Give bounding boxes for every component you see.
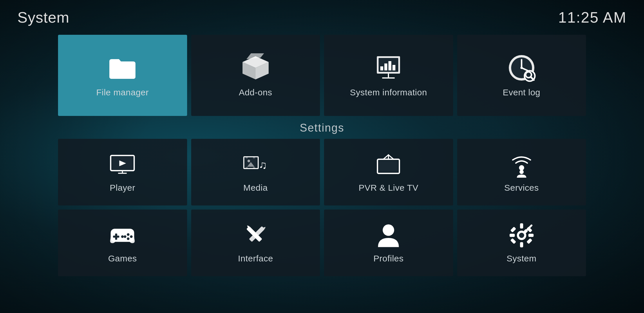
event-log-icon (507, 53, 536, 82)
tile-profiles[interactable]: Profiles (324, 210, 453, 276)
svg-point-44 (127, 237, 130, 240)
svg-line-33 (388, 155, 394, 159)
tile-pvr-live-tv[interactable]: PVR & Live TV (324, 139, 453, 205)
svg-rect-54 (520, 223, 523, 229)
svg-text:♫: ♫ (259, 159, 267, 171)
services-label: Services (504, 183, 539, 193)
tile-file-manager[interactable]: File manager (58, 35, 187, 116)
svg-rect-36 (379, 161, 398, 172)
tile-add-ons[interactable]: Add-ons (191, 35, 320, 116)
svg-point-38 (520, 170, 524, 174)
svg-rect-6 (380, 66, 383, 70)
svg-rect-8 (388, 61, 391, 70)
profiles-icon (375, 222, 401, 248)
svg-point-16 (520, 67, 523, 69)
svg-point-29 (247, 160, 250, 162)
svg-rect-61 (527, 238, 532, 244)
svg-rect-41 (113, 236, 120, 238)
system-settings-label: System (506, 254, 536, 263)
media-label: Media (243, 183, 268, 193)
page-title: System (17, 9, 69, 26)
main-content: File manager Add-ons (0, 32, 644, 276)
games-label: Games (108, 254, 137, 263)
system-info-icon (374, 53, 403, 82)
interface-icon (243, 222, 269, 248)
settings-label: Settings (58, 122, 586, 134)
svg-rect-9 (392, 65, 395, 70)
svg-point-51 (383, 224, 394, 236)
svg-rect-60 (510, 238, 516, 244)
addons-icon (241, 53, 270, 82)
games-icon (109, 222, 135, 248)
tile-games[interactable]: Games (58, 210, 187, 276)
svg-rect-57 (528, 234, 533, 237)
player-icon (109, 152, 135, 178)
profiles-label: Profiles (373, 254, 404, 263)
svg-rect-58 (510, 227, 516, 232)
player-label: Player (110, 183, 135, 193)
tile-media[interactable]: ♫ Media (191, 139, 320, 205)
tile-interface[interactable]: Interface (191, 210, 320, 276)
services-icon (509, 152, 535, 178)
media-icon: ♫ (243, 152, 269, 178)
pvr-icon (375, 152, 401, 178)
event-log-label: Event log (503, 88, 540, 97)
svg-rect-55 (520, 242, 523, 247)
svg-point-43 (130, 235, 133, 238)
tile-system-information[interactable]: System information (324, 35, 453, 116)
tile-system[interactable]: System (457, 210, 586, 276)
tile-services[interactable]: Services (457, 139, 586, 205)
svg-point-53 (519, 233, 524, 238)
settings-grid: Player ♫ Me (58, 139, 586, 276)
tile-event-log[interactable]: Event log (457, 35, 586, 116)
pvr-label: PVR & Live TV (359, 183, 418, 193)
svg-point-46 (121, 235, 124, 238)
interface-label: Interface (238, 254, 273, 263)
file-manager-label: File manager (96, 88, 149, 97)
folder-icon (108, 53, 137, 82)
add-ons-label: Add-ons (239, 88, 272, 97)
clock: 11:25 AM (558, 9, 627, 26)
svg-rect-56 (509, 234, 515, 237)
top-row: File manager Add-ons (58, 35, 586, 116)
svg-point-42 (127, 233, 130, 236)
svg-rect-7 (384, 63, 387, 70)
tile-player[interactable]: Player (58, 139, 187, 205)
system-information-label: System information (350, 88, 427, 97)
svg-line-32 (383, 155, 388, 159)
page-wrapper: System 11:25 AM File manager (0, 0, 644, 313)
svg-point-37 (519, 165, 524, 170)
svg-point-45 (124, 235, 126, 238)
system-settings-icon (509, 222, 535, 248)
header: System 11:25 AM (0, 0, 644, 32)
settings-section: Settings Player (58, 122, 586, 276)
